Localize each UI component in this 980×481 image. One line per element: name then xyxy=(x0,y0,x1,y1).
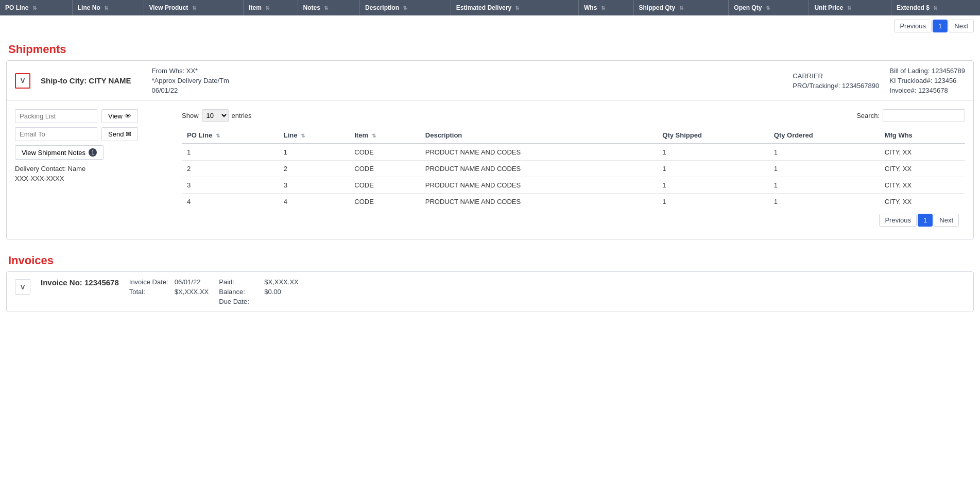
shipment-whs-info: From Whs: XX* *Approx Delivery Date/Tm 0… xyxy=(152,67,229,94)
delivery-phone: XXX-XXX-XXXX xyxy=(15,175,169,182)
sort-icon: ⇅ xyxy=(601,5,605,11)
header-col-description[interactable]: Description ⇅ xyxy=(359,0,451,15)
header-col-unit_price[interactable]: Unit Price ⇅ xyxy=(809,0,891,15)
invoice-paid-label: Paid: xyxy=(219,278,260,286)
inner-col-qty_ordered: Qty Ordered xyxy=(769,127,880,144)
invoice-paid-value: $X,XXX.XX xyxy=(264,278,298,286)
sort-arrows-icon: ⇅ xyxy=(301,133,305,139)
invoice-dates-col: Invoice Date: 06/01/22 Total: $X,XXX.XX xyxy=(129,278,209,296)
shipment-right-panel: Show 102550100 entries Search: PO Line ⇅… xyxy=(182,109,965,231)
carrier-label: CARRIER xyxy=(793,72,879,80)
show-entries: Show 102550100 entries xyxy=(182,109,252,122)
invoice-payment-col: Paid: $X,XXX.XX Balance: $0.00 Due Date: xyxy=(219,278,298,305)
sort-icon: ⇅ xyxy=(847,5,851,11)
cell-item: CODE xyxy=(349,144,420,161)
invoice-paid-row: Paid: $X,XXX.XX xyxy=(219,278,298,286)
shipment-body: View 👁 Send ✉ View Shipment Notes 1 Deli… xyxy=(7,101,973,239)
invoice-toggle[interactable]: V xyxy=(15,279,30,295)
header-col-line_no[interactable]: Line No ⇅ xyxy=(72,0,144,15)
top-pagination: Previous 1 Next xyxy=(0,15,980,37)
invoice-due-date-label: Due Date: xyxy=(219,298,260,305)
top-page-1-button[interactable]: 1 xyxy=(933,20,948,32)
invoice-total-label: Total: xyxy=(129,288,170,296)
search-input[interactable] xyxy=(883,109,965,122)
shipment-billing-info: Bill of Lading: 123456789 KI Truckload#:… xyxy=(889,67,965,94)
sort-icon: ⇅ xyxy=(324,5,328,11)
sort-icon: ⇅ xyxy=(766,5,770,11)
cell-line: 1 xyxy=(279,144,350,161)
inner-col-item[interactable]: Item ⇅ xyxy=(349,127,420,144)
cell-po_line: 2 xyxy=(182,161,279,177)
header-col-item[interactable]: Item ⇅ xyxy=(244,0,298,15)
bottom-next-button[interactable]: Next xyxy=(934,214,959,227)
header-col-estimated_delivery[interactable]: Estimated Delivery ⇅ xyxy=(451,0,578,15)
view-button[interactable]: View 👁 xyxy=(101,109,138,123)
header-col-po_line[interactable]: PO Line ⇅ xyxy=(0,0,72,15)
sort-icon: ⇅ xyxy=(933,5,937,11)
invoice-hash: Invoice#: 12345678 xyxy=(889,87,965,94)
packing-list-input[interactable] xyxy=(15,109,97,123)
sort-icon: ⇅ xyxy=(679,5,683,11)
top-previous-button[interactable]: Previous xyxy=(894,20,932,32)
bill-of-lading: Bill of Lading: 123456789 xyxy=(889,67,965,75)
bottom-page-1-button[interactable]: 1 xyxy=(918,214,933,227)
cell-qty_ordered: 1 xyxy=(769,177,880,194)
cell-qty_ordered: 1 xyxy=(769,144,880,161)
cell-description: PRODUCT NAME AND CODES xyxy=(420,161,658,177)
header-col-open_qty[interactable]: Open Qty ⇅ xyxy=(729,0,809,15)
invoice-due-date-row: Due Date: xyxy=(219,298,298,305)
cell-item: CODE xyxy=(349,177,420,194)
search-label: Search: xyxy=(856,112,880,119)
cell-mfg_whs: CITY, XX xyxy=(880,194,965,210)
sort-arrows-icon: ⇅ xyxy=(216,133,220,139)
cell-qty_shipped: 1 xyxy=(657,194,768,210)
email-to-input[interactable] xyxy=(15,127,97,141)
bottom-previous-button[interactable]: Previous xyxy=(879,214,917,227)
shipment-card: V Ship-to City: CITY NAME From Whs: XX* … xyxy=(6,60,974,239)
send-button[interactable]: Send ✉ xyxy=(101,127,138,141)
main-header-table: PO Line ⇅Line No ⇅View Product ⇅Item ⇅No… xyxy=(0,0,980,15)
bottom-pagination: Previous 1 Next xyxy=(182,210,965,231)
top-next-button[interactable]: Next xyxy=(949,20,974,32)
shipment-data-table: PO Line ⇅Line ⇅Item ⇅DescriptionQty Ship… xyxy=(182,127,965,210)
delivery-date: 06/01/22 xyxy=(152,87,229,94)
cell-qty_shipped: 1 xyxy=(657,161,768,177)
table-controls: Show 102550100 entries Search: xyxy=(182,109,965,122)
cell-line: 2 xyxy=(279,161,350,177)
table-row: 44CODEPRODUCT NAME AND CODES11CITY, XX xyxy=(182,194,965,210)
view-shipment-notes-button[interactable]: View Shipment Notes 1 xyxy=(15,145,104,160)
header-col-whs[interactable]: Whs ⇅ xyxy=(578,0,633,15)
inner-col-po_line[interactable]: PO Line ⇅ xyxy=(182,127,279,144)
email-to-row: Send ✉ xyxy=(15,127,169,141)
ki-truckload: KI Truckload#: 123456 xyxy=(889,77,965,84)
view-label: View xyxy=(108,112,123,120)
header-col-extended[interactable]: Extended $ ⇅ xyxy=(891,0,980,15)
inner-col-line[interactable]: Line ⇅ xyxy=(279,127,350,144)
cell-mfg_whs: CITY, XX xyxy=(880,177,965,194)
shipment-left-panel: View 👁 Send ✉ View Shipment Notes 1 Deli… xyxy=(15,109,169,231)
cell-qty_shipped: 1 xyxy=(657,177,768,194)
cell-qty_ordered: 1 xyxy=(769,194,880,210)
entries-select[interactable]: 102550100 xyxy=(202,109,229,122)
cell-mfg_whs: CITY, XX xyxy=(880,144,965,161)
cell-line: 4 xyxy=(279,194,350,210)
invoices-title: Invoices xyxy=(0,248,980,271)
sort-icon: ⇅ xyxy=(403,5,407,11)
invoice-date-value: 06/01/22 xyxy=(175,278,201,286)
table-row: 33CODEPRODUCT NAME AND CODES11CITY, XX xyxy=(182,177,965,194)
send-label: Send xyxy=(108,130,124,138)
cell-description: PRODUCT NAME AND CODES xyxy=(420,194,658,210)
inner-col-description: Description xyxy=(420,127,658,144)
approx-delivery-label: *Approx Delivery Date/Tm xyxy=(152,77,229,84)
cell-item: CODE xyxy=(349,194,420,210)
header-col-notes[interactable]: Notes ⇅ xyxy=(298,0,359,15)
inner-col-mfg_whs: Mfg Whs xyxy=(880,127,965,144)
invoice-balance-row: Balance: $0.00 xyxy=(219,288,298,296)
header-col-shipped_qty[interactable]: Shipped Qty ⇅ xyxy=(633,0,729,15)
shipment-carrier-info: CARRIER PRO/Tracking#: 1234567890 xyxy=(793,72,879,90)
invoice-date-row: Invoice Date: 06/01/22 xyxy=(129,278,209,286)
header-col-view_product[interactable]: View Product ⇅ xyxy=(144,0,244,15)
shipment-toggle[interactable]: V xyxy=(15,73,30,89)
cell-po_line: 1 xyxy=(182,144,279,161)
table-row: 22CODEPRODUCT NAME AND CODES11CITY, XX xyxy=(182,161,965,177)
